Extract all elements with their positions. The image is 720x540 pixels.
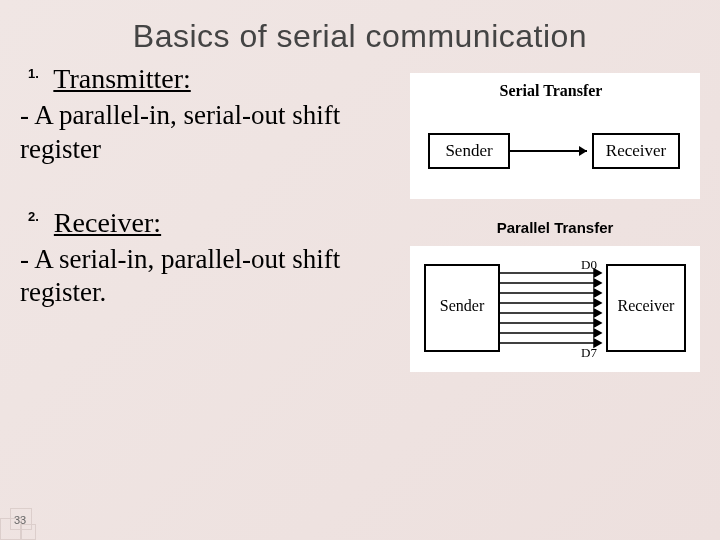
svg-marker-13 bbox=[594, 299, 601, 307]
corner-decoration bbox=[0, 498, 42, 540]
content-area: 1. Transmitter: - A parallel-in, serial-… bbox=[0, 63, 720, 392]
sender-label: Sender bbox=[445, 141, 493, 160]
data-line-bottom: D7 bbox=[581, 345, 597, 360]
heading-text: Transmitter: bbox=[53, 63, 190, 94]
parallel-transfer-diagram: Sender Receiver D0 D7 bbox=[410, 246, 700, 372]
section-heading: 1. Transmitter: bbox=[20, 63, 400, 95]
section-transmitter: 1. Transmitter: - A parallel-in, serial-… bbox=[20, 63, 400, 167]
svg-marker-11 bbox=[594, 289, 601, 297]
svg-marker-17 bbox=[594, 319, 601, 327]
left-column: 1. Transmitter: - A parallel-in, serial-… bbox=[20, 63, 410, 392]
list-number: 2. bbox=[28, 209, 39, 224]
diagram-title: Serial Transfer bbox=[500, 82, 603, 99]
serial-transfer-diagram: Serial Transfer Sender Receiver bbox=[410, 73, 700, 199]
svg-marker-19 bbox=[594, 329, 601, 337]
section-receiver: 2. Receiver: - A serial-in, parallel-out… bbox=[20, 207, 400, 311]
data-line-top: D0 bbox=[581, 257, 597, 272]
heading-text: Receiver: bbox=[54, 207, 161, 238]
sender-label: Sender bbox=[440, 297, 485, 314]
list-number: 1. bbox=[28, 66, 39, 81]
section-body: - A serial-in, parallel-out shift regist… bbox=[20, 243, 400, 311]
receiver-label: Receiver bbox=[606, 141, 667, 160]
svg-marker-9 bbox=[594, 279, 601, 287]
section-heading: 2. Receiver: bbox=[20, 207, 400, 239]
svg-marker-3 bbox=[579, 146, 587, 156]
svg-marker-15 bbox=[594, 309, 601, 317]
right-column: Serial Transfer Sender Receiver Parallel… bbox=[410, 63, 700, 392]
receiver-label: Receiver bbox=[618, 297, 676, 314]
section-body: - A parallel-in, serial-out shift regist… bbox=[20, 99, 400, 167]
parallel-transfer-title: Parallel Transfer bbox=[410, 219, 700, 236]
slide-title: Basics of serial communication bbox=[0, 0, 720, 63]
